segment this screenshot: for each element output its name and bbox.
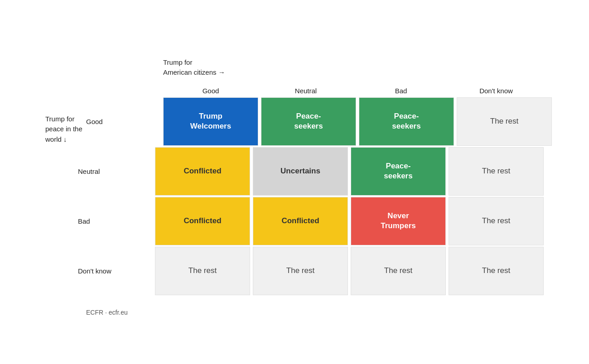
row-label-neutral: Neutral [78, 168, 100, 175]
row-label-dontknow: Don't know [78, 267, 111, 275]
top-axis-label: Trump for American citizens → [163, 57, 544, 78]
col-header-neutral: Neutral [258, 87, 353, 95]
row-label-bad: Bad [78, 217, 90, 225]
cell-3-3: The rest [449, 247, 544, 295]
cell-0-0: Trump Welcomers [163, 97, 258, 146]
cell-1-2: Peace- seekers [351, 147, 446, 196]
cell-0-2: Peace- seekers [359, 97, 454, 146]
left-axis-label: Trump for peace in the world ↓ [45, 114, 84, 145]
cell-1-0: Conflicted [155, 147, 250, 196]
footer-text: ECFR · ecfr.eu [86, 309, 544, 316]
row-label-good: Good [86, 118, 103, 125]
cell-3-2: The rest [351, 247, 446, 295]
cell-1-1: Uncertains [253, 147, 348, 196]
col-header-bad: Bad [353, 87, 449, 95]
cell-3-0: The rest [155, 247, 250, 295]
cell-0-1: Peace- seekers [261, 97, 356, 146]
cell-2-3: The rest [449, 197, 544, 245]
cell-2-1: Conflicted [253, 197, 348, 245]
cell-0-3: The rest [457, 97, 552, 146]
cell-1-3: The rest [449, 147, 544, 196]
col-header-good: Good [163, 87, 258, 95]
col-header-dontknow: Don't know [449, 87, 544, 95]
cell-3-1: The rest [253, 247, 348, 295]
cell-2-2: Never Trumpers [351, 197, 446, 245]
cell-2-0: Conflicted [155, 197, 250, 245]
